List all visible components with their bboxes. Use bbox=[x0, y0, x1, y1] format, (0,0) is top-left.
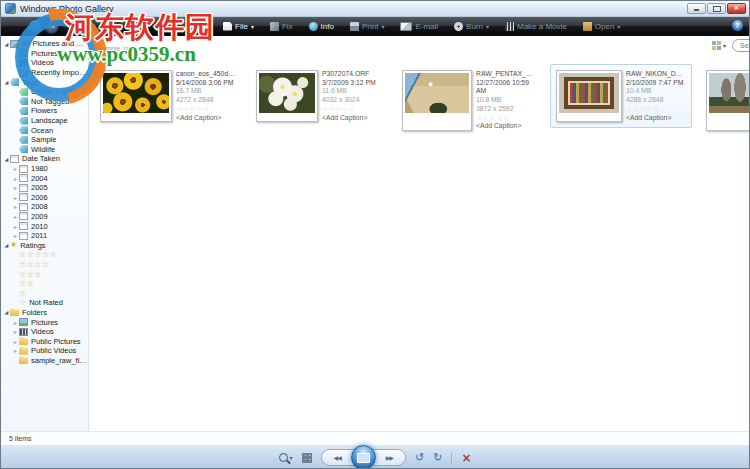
photo-rating-stars[interactable]: ☆☆☆☆☆ bbox=[322, 105, 382, 114]
sidebar-item-rating-3-stars[interactable]: ☆☆☆ bbox=[1, 269, 88, 279]
sidebar-item-ocean[interactable]: Ocean bbox=[1, 125, 88, 135]
photo-item-p3072074-orf[interactable]: P3072074.ORF3/7/2009 3:12 PM11.0 MB4032 … bbox=[250, 64, 388, 128]
collapsed-arrow-icon[interactable]: ▸ bbox=[12, 347, 19, 354]
collapsed-arrow-icon[interactable]: ▸ bbox=[12, 223, 19, 230]
tag-icon bbox=[19, 126, 28, 134]
sidebar-item-pictures[interactable]: ▸Pictures bbox=[1, 317, 88, 327]
photo-thumbnail[interactable] bbox=[100, 70, 172, 122]
sidebar-item-2010[interactable]: ▸2010 bbox=[1, 221, 88, 231]
next-button[interactable]: ▶▶ bbox=[386, 454, 393, 461]
add-caption-link[interactable]: <Add Caption> bbox=[626, 114, 686, 123]
sidebar-item-ratings[interactable]: ◢★Ratings bbox=[1, 240, 88, 250]
collapsed-arrow-icon[interactable]: ▸ bbox=[12, 175, 19, 182]
sidebar-item-not-tagged[interactable]: Not Tagged bbox=[1, 97, 88, 107]
expanded-arrow-icon[interactable]: ◢ bbox=[3, 79, 10, 85]
sidebar-item-public-videos[interactable]: ▸Public Videos bbox=[1, 346, 88, 356]
photo-item-canon-eos-450d-04-cr2[interactable]: canon_eos_450d_04.cr25/14/2008 3:06 PM16… bbox=[94, 64, 242, 128]
photo-rating-stars[interactable]: ☆☆☆☆☆ bbox=[176, 105, 236, 114]
close-button[interactable]: × bbox=[727, 3, 746, 14]
tag-icon bbox=[19, 97, 28, 105]
add-caption-link[interactable]: <Add Caption> bbox=[176, 114, 236, 123]
sidebar-item-folders[interactable]: ◢Folders bbox=[1, 308, 88, 318]
reset-thumbnails-button[interactable] bbox=[302, 453, 312, 463]
folder-icon bbox=[10, 308, 19, 316]
sidebar-item-2005[interactable]: ▸2005 bbox=[1, 183, 88, 193]
sidebar-item-2006[interactable]: ▸2006 bbox=[1, 193, 88, 203]
sidebar-item-rating-4-stars[interactable]: ☆☆☆☆ bbox=[1, 260, 88, 270]
toolbar-button-fix[interactable]: Fix bbox=[270, 22, 293, 31]
sidebar-item-2004[interactable]: ▸2004 bbox=[1, 173, 88, 183]
sidebar-item-2011[interactable]: ▸2011 bbox=[1, 231, 88, 241]
toolbar-button-label: File bbox=[235, 22, 248, 31]
rotate-clockwise-button[interactable]: ↻ bbox=[433, 452, 442, 463]
sidebar-item-create-a-new-tag[interactable]: Create a New Tag bbox=[1, 87, 88, 97]
photo-thumbnail[interactable] bbox=[256, 70, 318, 122]
sidebar-item-2009[interactable]: ▸2009 bbox=[1, 212, 88, 222]
sidebar-item-videos[interactable]: ▸Videos bbox=[1, 327, 88, 337]
maximize-button[interactable] bbox=[707, 3, 726, 14]
collapsed-arrow-icon[interactable]: ▸ bbox=[12, 232, 19, 239]
photo-item-raw-pentax-k10d-sr[interactable]: RAW_PENTAX_K10D_SR...12/27/2006 10:59 AM… bbox=[396, 64, 542, 137]
toolbar-button-e-mail[interactable]: E-mail bbox=[400, 22, 438, 31]
sidebar-item-landscape[interactable]: Landscape bbox=[1, 116, 88, 126]
collapsed-arrow-icon[interactable]: ▸ bbox=[12, 203, 19, 210]
search-input[interactable] bbox=[738, 41, 750, 50]
sidebar-item-2008[interactable]: ▸2008 bbox=[1, 202, 88, 212]
expanded-arrow-icon[interactable]: ◢ bbox=[3, 156, 10, 162]
sidebar-item-rating-1-stars[interactable]: ☆ bbox=[1, 288, 88, 298]
sidebar-item-1980[interactable]: ▸1980 bbox=[1, 164, 88, 174]
expanded-arrow-icon[interactable]: ◢ bbox=[3, 309, 10, 315]
sidebar-item-pictures[interactable]: Pictures bbox=[1, 49, 88, 59]
sidebar-item-not-rated[interactable]: ☆Not Rated bbox=[1, 298, 88, 308]
sidebar-item-date-taken[interactable]: ◢Date Taken bbox=[1, 154, 88, 164]
slideshow-icon bbox=[357, 453, 370, 463]
sidebar-item-sample-raw-files[interactable]: sample_raw_files bbox=[1, 356, 88, 366]
photo-item-raw-sony-a900-arw[interactable]: RAW_SONY_A900.ARW12/22/2008 4:37 PM36.0 … bbox=[700, 64, 750, 137]
photo-thumbnail[interactable] bbox=[402, 70, 472, 131]
status-bar: 5 items bbox=[1, 431, 749, 444]
add-caption-link[interactable]: <Add Caption> bbox=[322, 114, 382, 123]
collapsed-arrow-icon[interactable]: ▸ bbox=[12, 213, 19, 220]
collapsed-arrow-icon[interactable]: ▸ bbox=[12, 184, 19, 191]
delete-button[interactable]: × bbox=[461, 452, 471, 464]
photo-item-raw-nikon-d90-nef[interactable]: RAW_NIKON_D90.NEF2/10/2009 7:47 PM10.4 M… bbox=[550, 64, 692, 128]
sidebar-item-rating-2-stars[interactable]: ☆☆ bbox=[1, 279, 88, 289]
toolbar-button-open[interactable]: Open▾ bbox=[583, 22, 621, 31]
sidebar-item-sample[interactable]: Sample bbox=[1, 135, 88, 145]
sidebar-item-all-pictures-and-videos[interactable]: ◢All Pictures and Videos bbox=[1, 39, 88, 49]
collapsed-arrow-icon[interactable]: ▸ bbox=[12, 328, 19, 335]
back-button[interactable]: ← bbox=[28, 19, 43, 34]
toolbar-button-file[interactable]: File▾ bbox=[223, 22, 254, 31]
view-selector-button[interactable]: ▾ bbox=[712, 41, 726, 50]
collapsed-arrow-icon[interactable]: ▸ bbox=[12, 338, 19, 345]
forward-button[interactable]: → bbox=[44, 19, 59, 34]
zoom-button[interactable]: ▾ bbox=[279, 453, 293, 462]
toolbar-button-burn[interactable]: Burn▾ bbox=[454, 22, 489, 31]
collapsed-arrow-icon[interactable]: ▸ bbox=[12, 194, 19, 201]
photo-thumbnail[interactable] bbox=[706, 70, 750, 131]
sidebar-item-recently-imported[interactable]: Recently Imported bbox=[1, 68, 88, 78]
minimize-button[interactable] bbox=[687, 3, 706, 14]
sidebar-item-flowers[interactable]: Flowers bbox=[1, 106, 88, 116]
collapsed-arrow-icon[interactable]: ▸ bbox=[12, 319, 19, 326]
photo-thumbnail[interactable] bbox=[556, 70, 622, 122]
sidebar-item-rating-5-stars[interactable]: ☆☆☆☆☆ bbox=[1, 250, 88, 260]
play-slideshow-button[interactable] bbox=[351, 445, 376, 469]
sidebar-item-videos[interactable]: Videos bbox=[1, 58, 88, 68]
toolbar-button-make-a-movie[interactable]: Make a Movie bbox=[505, 22, 567, 31]
expanded-arrow-icon[interactable]: ◢ bbox=[3, 242, 10, 248]
sidebar-item-wildlife[interactable]: Wildlife bbox=[1, 145, 88, 155]
toolbar-button-print[interactable]: Print▾ bbox=[350, 22, 384, 31]
previous-button[interactable]: ◀◀ bbox=[334, 454, 341, 461]
file-icon bbox=[223, 22, 232, 31]
help-icon[interactable]: ? bbox=[732, 20, 743, 31]
photo-rating-stars[interactable]: ☆☆☆☆☆ bbox=[626, 105, 686, 114]
collapsed-arrow-icon[interactable]: ▸ bbox=[12, 165, 19, 172]
sidebar-item-tags[interactable]: ◢Tags bbox=[1, 77, 88, 87]
expanded-arrow-icon[interactable]: ◢ bbox=[3, 41, 10, 47]
rotate-counterclockwise-button[interactable]: ↺ bbox=[415, 452, 424, 463]
sidebar-item-public-pictures[interactable]: ▸Public Pictures bbox=[1, 336, 88, 346]
photo-rating-stars[interactable]: ☆☆☆☆☆ bbox=[476, 114, 536, 123]
add-caption-link[interactable]: <Add Caption> bbox=[476, 122, 536, 131]
toolbar-button-info[interactable]: Info bbox=[309, 22, 334, 31]
